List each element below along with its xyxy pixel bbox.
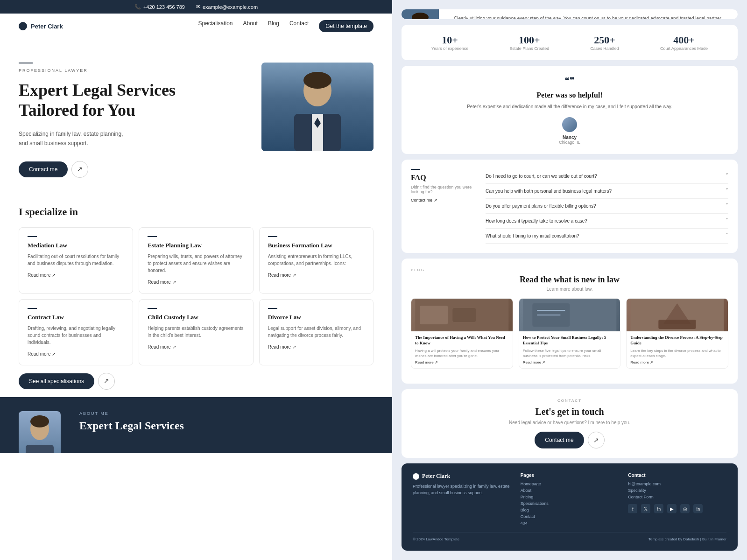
card-desc: Legal support for asset division, alimon…: [268, 325, 365, 339]
faq-title: FAQ: [411, 174, 476, 182]
footer-contact-email[interactable]: hi@example.com: [628, 482, 726, 486]
faq-question: Can you help with both personal and busi…: [486, 189, 726, 194]
linkedin-icon[interactable]: in: [654, 504, 663, 513]
quote-icon: ❝❞: [411, 75, 728, 86]
footer-contact-title: Contact: [628, 473, 726, 478]
testimonial-text: Peter's expertise and dedication made al…: [411, 103, 728, 111]
facebook-icon[interactable]: f: [628, 504, 637, 513]
see-all-arrow-button[interactable]: ↗: [98, 373, 115, 390]
blog-post-title: Understanding the Divorce Process: A Ste…: [630, 335, 724, 346]
hero-image: [261, 63, 374, 151]
card-line: [268, 308, 277, 309]
footer-credit: Template created by Datadash | Built in …: [648, 537, 726, 541]
blog-image-svg-3: [627, 299, 728, 331]
card-desc: Facilitating out-of-court resolutions fo…: [28, 253, 124, 267]
hero-buttons: Contact me ↗: [19, 161, 243, 178]
faq-contact-link[interactable]: Contact me ↗: [411, 198, 476, 203]
youtube-icon[interactable]: ▶: [667, 504, 677, 513]
nav-specialisation[interactable]: Specialisation: [198, 20, 233, 32]
contact-arrow-button[interactable]: ↗: [588, 432, 605, 448]
card-line: [148, 308, 157, 309]
hero-text: PROFESSIONAL LAWYER Expert Legal Service…: [19, 63, 243, 178]
person-silhouette: [280, 67, 355, 151]
faq-chevron: ˅: [726, 203, 728, 210]
blog-section: BLOG Read the what is new in law Learn m…: [402, 259, 738, 384]
about-person-image: [19, 411, 61, 453]
nav-blog[interactable]: Blog: [268, 20, 279, 32]
nav-about[interactable]: About: [243, 20, 258, 32]
contact-cta-button[interactable]: Contact me: [535, 432, 584, 448]
faq-chevron: ˅: [726, 217, 728, 224]
stat-label: Estate Plans Created: [509, 46, 549, 51]
card-desc: Helping parents establish custody agreem…: [148, 325, 244, 339]
testimonial-card: ❝❞ Peter was so helpful! Peter's experti…: [402, 66, 738, 154]
footer-link-pricing[interactable]: Pricing: [521, 495, 619, 499]
card-line: [148, 236, 157, 237]
instagram-icon[interactable]: ◎: [680, 504, 690, 513]
card-title: Divorce Law: [268, 314, 365, 321]
blog-post-title: How to Protect Your Small Business Legal…: [523, 335, 617, 346]
card-read-more[interactable]: Read more ↗: [148, 280, 244, 285]
card-read-more[interactable]: Read more ↗: [28, 351, 124, 357]
footer-link-about[interactable]: About: [521, 488, 619, 493]
logo-text: Peter Clark: [31, 23, 63, 30]
faq-left: FAQ Didn't find the question you were lo…: [411, 169, 476, 244]
left-panel: 📞 +420 123 456 789 ✉ example@example.com…: [0, 0, 392, 560]
specialize-section: I specialize in Mediation Law Facilitati…: [0, 196, 392, 390]
faq-item-4[interactable]: How long does it typically take to resol…: [486, 214, 728, 229]
card-read-more[interactable]: Read more ↗: [268, 273, 365, 278]
card-contract: Contract Law Drafting, reviewing, and ne…: [19, 299, 133, 365]
hero-title: Expert Legal Services Tailored for You: [19, 80, 243, 120]
footer-logo: Peter Clark: [413, 473, 511, 480]
blog-post-link[interactable]: Read more ↗: [630, 360, 724, 364]
footer-link-contact[interactable]: Contact: [521, 514, 619, 519]
card-title: Contract Law: [28, 314, 124, 321]
hero-arrow-button[interactable]: ↗: [71, 161, 88, 178]
faq-item-1[interactable]: Do I need to go to court, or can we sett…: [486, 169, 728, 184]
card-read-more[interactable]: Read more ↗: [268, 344, 365, 350]
footer-contact-form[interactable]: Contact Form: [628, 495, 726, 499]
nav-contact[interactable]: Contact: [289, 20, 309, 32]
faq-questions: Do I need to go to court, or can we sett…: [486, 169, 728, 244]
blog-post-link[interactable]: Read more ↗: [415, 360, 509, 364]
footer-logo-icon: [413, 473, 419, 480]
hero-title-line1: Expert Legal Services: [19, 81, 176, 99]
footer-logo-text: Peter Clark: [422, 473, 450, 480]
footer-link-specialisations[interactable]: Specialisations: [521, 501, 619, 506]
twitter-icon[interactable]: 𝕏: [641, 504, 650, 513]
blog-card-image-3: [627, 299, 728, 331]
card-divorce: Divorce Law Legal support for asset divi…: [259, 299, 374, 365]
footer-link-blog[interactable]: Blog: [521, 508, 619, 512]
footer-link-homepage[interactable]: Homepage: [521, 482, 619, 486]
stat-cases: 250+ Cases Handled: [590, 34, 619, 51]
stat-appearances: 400+ Court Appearances Made: [660, 34, 708, 51]
contact-subtitle: Need legal advice or have questions? I'm…: [411, 420, 728, 425]
footer-pages-list: Homepage About Pricing Specialisations B…: [521, 482, 619, 525]
contact-me-button[interactable]: Contact me: [19, 161, 68, 177]
phone-info: 📞 +420 123 456 789: [134, 4, 185, 10]
phone-number: +420 123 456 789: [143, 4, 185, 10]
faq-item-3[interactable]: Do you offer payment plans or flexible b…: [486, 199, 728, 214]
blog-card-image-1: [411, 299, 513, 331]
card-desc: Drafting, reviewing, and negotiating leg…: [28, 325, 124, 346]
card-read-more[interactable]: Read more ↗: [28, 273, 124, 278]
nav-get-template[interactable]: Get the template: [319, 20, 374, 32]
about-label: ABOUT ME: [79, 411, 184, 416]
see-all-button[interactable]: See all specialisations: [19, 373, 94, 389]
card-read-more[interactable]: Read more ↗: [148, 344, 244, 350]
card-line: [268, 236, 277, 237]
faq-item-2[interactable]: Can you help with both personal and busi…: [486, 184, 728, 199]
blog-image-svg-1: [411, 299, 513, 331]
testimonial-name: Nancy: [411, 135, 728, 140]
linkedin2-icon[interactable]: in: [693, 504, 703, 513]
faq-item-5[interactable]: What should I bring to my initial consul…: [486, 229, 728, 244]
stat-number: 100+: [509, 34, 549, 46]
footer-contact-speciality[interactable]: Speciality: [628, 488, 726, 493]
svg-point-6: [30, 415, 49, 427]
footer-link-404[interactable]: 404: [521, 521, 619, 525]
stat-experience: 10+ Years of experience: [431, 34, 468, 51]
specialize-title: I specialize in: [19, 206, 374, 218]
faq-section: FAQ Didn't find the question you were lo…: [402, 160, 738, 253]
specializations-grid: Mediation Law Facilitating out-of-court …: [19, 227, 374, 365]
blog-post-link[interactable]: Read more ↗: [523, 360, 617, 364]
